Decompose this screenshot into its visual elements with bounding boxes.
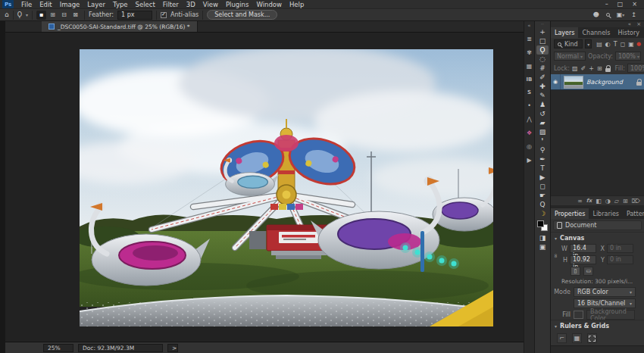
zoom-tool-icon[interactable]: Q: [536, 200, 549, 209]
lock-all-icon[interactable]: [605, 65, 611, 72]
layer-effects-icon[interactable]: fx: [586, 198, 592, 204]
color-mode-select[interactable]: RGB Color▾: [574, 287, 636, 297]
collapse-panels-icon[interactable]: «: [628, 21, 631, 27]
quick-mask-icon[interactable]: ◨: [536, 233, 549, 242]
search-icon[interactable]: [606, 13, 610, 17]
healing-brush-tool-icon[interactable]: ✚: [536, 82, 549, 91]
panel-swatch-icon[interactable]: ❖: [527, 130, 532, 136]
foreground-color-swatch[interactable]: [537, 220, 544, 227]
move-tool-icon[interactable]: +: [536, 27, 549, 36]
new-group-icon[interactable]: ▱: [614, 198, 619, 205]
path-selection-tool-icon[interactable]: ▶: [536, 173, 549, 182]
width-input[interactable]: 16.4 in: [570, 244, 596, 253]
subtract-from-selection-icon[interactable]: ⊟: [59, 11, 69, 20]
tab-history[interactable]: History: [614, 27, 643, 38]
type-tool-icon[interactable]: T: [536, 164, 549, 173]
minimize-icon[interactable]: –: [605, 1, 608, 8]
filter-type-layers-icon[interactable]: T: [614, 41, 617, 48]
select-and-mask-button[interactable]: Select and Mask...: [207, 10, 277, 20]
object-selection-tool-icon[interactable]: ◌: [536, 55, 549, 64]
intersect-selection-icon[interactable]: ⊠: [70, 11, 80, 20]
eraser-tool-icon[interactable]: ▰: [536, 118, 549, 127]
home-icon[interactable]: ⌂: [5, 11, 9, 18]
menu-item[interactable]: 3D: [183, 1, 199, 8]
workspace-icon[interactable]: ▣▾: [617, 11, 625, 18]
menu-item[interactable]: Layer: [83, 1, 109, 8]
menu-item[interactable]: Select: [132, 1, 159, 8]
account-icon[interactable]: ☻: [592, 11, 599, 18]
opacity-select[interactable]: 100%▾: [615, 52, 641, 61]
filter-smart-objects-icon[interactable]: ▣: [628, 41, 634, 48]
lock-pixels-icon[interactable]: ✐: [581, 65, 586, 72]
marquee-tool-icon[interactable]: □: [536, 36, 549, 45]
menu-item[interactable]: Edit: [36, 1, 55, 8]
filter-adjustment-layers-icon[interactable]: ◐: [605, 41, 611, 48]
hand-tool-icon[interactable]: ☛: [536, 191, 549, 200]
shape-tool-icon[interactable]: ◻: [536, 182, 549, 191]
document-tab[interactable]: _DSC0050-SAI-Standard.tiff @ 25% (RGB/16…: [42, 21, 198, 32]
filter-kind-box[interactable]: Kind: [554, 39, 583, 48]
status-chevron-icon[interactable]: >: [167, 344, 178, 352]
lock-artboard-icon[interactable]: ⊞: [597, 65, 602, 72]
filter-pixel-layers-icon[interactable]: ▤: [596, 41, 602, 48]
layer-row-background[interactable]: ◉ Background: [551, 74, 644, 90]
expand-dock-icon[interactable]: «: [527, 23, 530, 29]
pen-tool-icon[interactable]: ✒: [536, 155, 549, 164]
zoom-level-field[interactable]: 25%: [43, 344, 73, 352]
layer-thumbnail[interactable]: [564, 76, 583, 89]
rulers-section-header[interactable]: ▾ Rulers & Grids: [551, 320, 644, 331]
menu-item[interactable]: Window: [252, 1, 286, 8]
blend-mode-select[interactable]: Normal▾: [554, 52, 586, 61]
lasso-tool-icon[interactable]: Ǫ: [536, 45, 549, 55]
layer-name[interactable]: Background: [586, 79, 623, 86]
brush-tool-icon[interactable]: ✎: [536, 91, 549, 100]
share-icon[interactable]: ↥: [631, 11, 636, 18]
add-to-selection-icon[interactable]: ⊞: [48, 11, 58, 20]
add-layer-mask-icon[interactable]: ◧: [596, 198, 602, 205]
panel-ib-icon[interactable]: IB: [527, 77, 533, 83]
feather-input[interactable]: 1 px: [117, 11, 152, 20]
orientation-portrait-button[interactable]: ▯: [571, 267, 580, 276]
tab-libraries[interactable]: Libraries: [589, 208, 623, 219]
tab-patterns[interactable]: Patterns: [623, 208, 644, 219]
panel-play-icon[interactable]: ▶: [527, 157, 531, 164]
custom-tool-icon[interactable]: ☽: [536, 209, 549, 218]
gradient-tool-icon[interactable]: ▨: [536, 127, 549, 136]
history-brush-tool-icon[interactable]: ↺: [536, 109, 549, 118]
ruler-icon[interactable]: ⌐: [557, 333, 567, 343]
dodge-tool-icon[interactable]: ⚲: [536, 145, 549, 155]
fill-select[interactable]: 100%▾: [627, 64, 644, 73]
guides-icon[interactable]: [587, 333, 597, 343]
panel-grid-icon[interactable]: ▦: [527, 63, 533, 70]
link-dimensions-icon[interactable]: ∞: [552, 253, 559, 258]
photo-swan-ride[interactable]: [80, 49, 493, 326]
menu-item[interactable]: File: [17, 1, 36, 8]
close-icon[interactable]: ×: [632, 1, 637, 8]
canvas-section-header[interactable]: ▾ Canvas: [551, 232, 644, 243]
filter-shape-layers-icon[interactable]: ◻: [621, 41, 626, 48]
chevron-down-icon[interactable]: ▾: [26, 12, 28, 17]
clone-stamp-tool-icon[interactable]: ♟: [536, 100, 549, 109]
panel-tripod-icon[interactable]: ⋀: [527, 116, 532, 123]
new-selection-icon[interactable]: ▪: [36, 11, 46, 20]
orientation-landscape-button[interactable]: ▯: [583, 267, 593, 276]
lock-position-icon[interactable]: +: [589, 65, 594, 72]
bit-depth-select[interactable]: 16 Bits/Channel▾: [574, 298, 636, 308]
panel-plugin-icon[interactable]: ✾: [527, 49, 532, 56]
menu-item[interactable]: Plugins: [222, 1, 252, 8]
color-swatches[interactable]: [537, 220, 548, 231]
panel-s-icon[interactable]: S: [527, 89, 531, 95]
current-tool-icon[interactable]: Ǫ: [17, 11, 22, 18]
lock-transparency-icon[interactable]: ▨: [572, 65, 578, 72]
blur-tool-icon[interactable]: ❜: [536, 136, 549, 145]
close-dock-icon[interactable]: ×: [636, 21, 641, 27]
new-layer-icon[interactable]: ⊞: [623, 198, 628, 205]
delete-layer-icon[interactable]: ⌦: [632, 198, 640, 205]
panel-dot-icon[interactable]: •: [527, 102, 531, 109]
maximize-icon[interactable]: □: [617, 1, 624, 8]
tab-channels[interactable]: Channels: [578, 27, 614, 38]
menu-item[interactable]: Filter: [159, 1, 183, 8]
menu-item[interactable]: Help: [286, 1, 308, 8]
height-input[interactable]: 10.92 in: [570, 255, 596, 264]
grid-icon[interactable]: ▦: [572, 333, 582, 343]
